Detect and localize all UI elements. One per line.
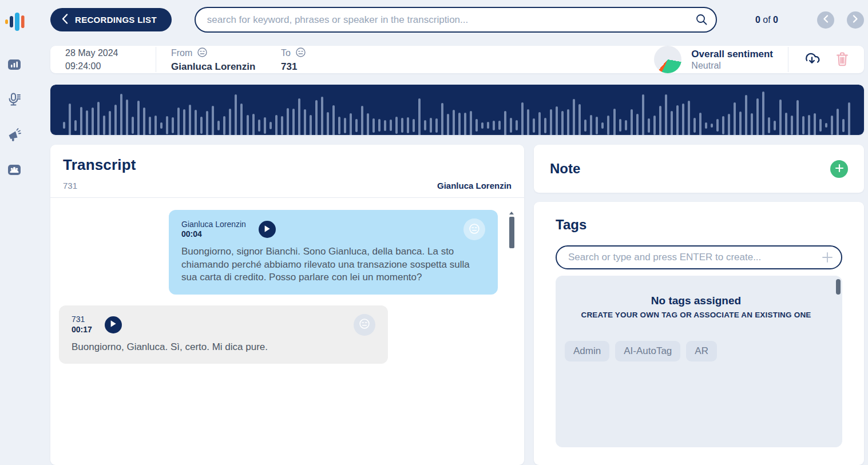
sidebar-item-recordings[interactable] — [7, 93, 21, 109]
waveform-bar — [92, 108, 94, 135]
waveform-bar — [693, 118, 696, 133]
message-header: 73100:17 — [72, 314, 375, 336]
play-segment-button[interactable] — [105, 316, 122, 333]
waveform-bar — [601, 122, 604, 129]
waveform-bar — [189, 105, 191, 135]
waveform-bar — [384, 120, 386, 131]
search-icon[interactable] — [695, 13, 708, 28]
waveform-bar — [240, 104, 243, 136]
segment-sentiment-button[interactable] — [354, 314, 375, 336]
delete-recording-button[interactable] — [835, 51, 849, 68]
tag-chip[interactable]: AR — [686, 341, 717, 361]
waveform-bar — [109, 111, 111, 136]
pager-total: 0 — [773, 15, 778, 25]
tag-chip[interactable]: AI-AutoTag — [615, 341, 680, 361]
sidebar — [0, 0, 29, 465]
scrollbar-thumb[interactable] — [836, 279, 841, 295]
waveform-bar — [578, 104, 581, 136]
tags-panel: Tags No tags assigned CREATE YOUR OWN TA… — [534, 202, 864, 465]
waveform-bar — [728, 114, 730, 136]
waveform-bar — [516, 120, 518, 130]
transcription-search-input[interactable] — [195, 7, 717, 33]
transcript-title: Transcript — [63, 156, 512, 174]
waveform-bar — [69, 104, 71, 136]
waveform-bar — [298, 98, 300, 135]
waveform-bar — [97, 102, 100, 135]
waveform-bar — [533, 118, 535, 133]
waveform-bar — [538, 112, 541, 135]
sidebar-item-dashboard[interactable] — [7, 58, 21, 73]
waveform-seek-area[interactable] — [50, 85, 864, 135]
play-segment-button[interactable] — [259, 221, 276, 238]
message-speaker: Gianluca Lorenzin — [181, 220, 246, 230]
waveform-bar — [676, 105, 679, 135]
next-recording-button[interactable] — [847, 11, 864, 29]
message-text: Buongiorno, signor Bianchi. Sono Gianluc… — [181, 245, 485, 284]
waveform-bar — [688, 101, 690, 136]
sidebar-item-teams[interactable] — [7, 164, 21, 178]
waveform-bar — [287, 108, 289, 136]
tag-search — [556, 245, 842, 269]
main-content: RECORDINGS LIST 0 of 0 — [29, 0, 868, 465]
waveform-bar — [441, 103, 443, 136]
recording-datetime: 28 May 2024 09:24:00 — [65, 46, 141, 73]
add-note-button[interactable] — [830, 160, 848, 178]
waveform-bar — [120, 94, 122, 136]
divider — [788, 47, 788, 72]
topbar: RECORDINGS LIST 0 of 0 — [50, 7, 864, 33]
waveform-bar — [527, 109, 529, 136]
waveform-bar — [132, 117, 134, 134]
pager-count: 0 of 0 — [755, 15, 778, 25]
tag-suggestions: AdminAI-AutoTagAR — [565, 341, 832, 361]
back-button-label: RECORDINGS LIST — [75, 15, 157, 25]
sidebar-item-announcements[interactable] — [7, 128, 21, 144]
note-title: Note — [550, 161, 580, 177]
waveform-bar — [625, 120, 627, 130]
waveform-bar — [103, 116, 105, 135]
recordings-list-back-button[interactable]: RECORDINGS LIST — [50, 8, 172, 31]
app-logo-icon — [4, 10, 25, 34]
tag-search-input[interactable] — [556, 245, 842, 269]
waveform-bar — [550, 109, 552, 135]
waveform-bar — [321, 97, 323, 135]
waveform-bar — [791, 116, 793, 135]
waveform-bar — [390, 120, 392, 131]
waveform-bar — [631, 109, 633, 136]
waveform-bar — [114, 105, 117, 135]
waveform-bar — [86, 110, 88, 135]
previous-recording-button[interactable] — [817, 11, 834, 29]
add-tag-icon[interactable] — [821, 251, 834, 266]
waveform-bar — [774, 121, 776, 130]
waveform-bar — [304, 109, 306, 136]
waveform-bar — [487, 122, 489, 129]
waveform-bar — [315, 100, 318, 135]
from-name: Gianluca Lorenzin — [171, 61, 281, 73]
transcript-left-party: 731 — [63, 181, 77, 190]
scrollbar-thumb[interactable] — [509, 217, 514, 248]
waveform-bar — [475, 119, 478, 132]
waveform-bar — [372, 118, 375, 133]
tags-title: Tags — [556, 217, 842, 233]
waveform-bar — [848, 102, 850, 135]
waveform-bar — [825, 123, 827, 128]
waveform-bar — [143, 108, 145, 136]
waveform-bar — [355, 119, 358, 132]
tag-chip[interactable]: Admin — [565, 341, 609, 361]
waveform-bar — [310, 115, 312, 136]
waveform-bar — [556, 106, 558, 135]
sentiment-value: Neutral — [691, 61, 773, 71]
transcript-panel: Transcript 731 Gianluca Lorenzin Gianluc… — [50, 145, 524, 465]
download-recording-button[interactable] — [803, 51, 821, 68]
waveform-bar — [264, 117, 266, 134]
waveform-bar — [338, 117, 340, 134]
waveform-bar — [395, 117, 398, 134]
waveform-bar — [235, 94, 237, 135]
waveform-bar — [544, 118, 546, 133]
cloud-download-icon — [803, 51, 821, 68]
neutral-face-icon — [197, 47, 208, 60]
segment-sentiment-button[interactable] — [463, 218, 485, 240]
waveform-bar — [378, 119, 381, 132]
waveform-bar — [785, 113, 787, 136]
scroll-up-arrow-icon[interactable] — [509, 212, 514, 214]
microphone-list-icon — [7, 98, 21, 108]
